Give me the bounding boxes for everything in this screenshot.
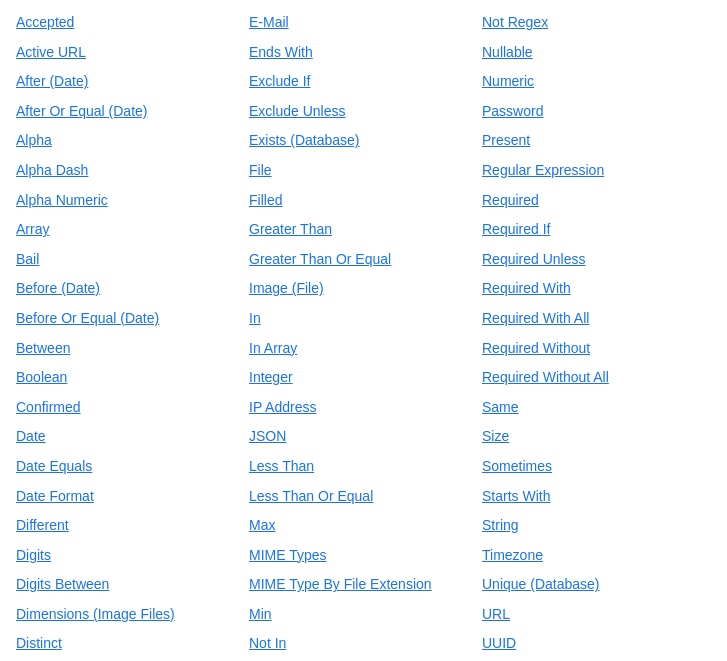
rule-link-confirmed[interactable]: Confirmed: [14, 393, 247, 423]
rule-link-nullable[interactable]: Nullable: [480, 38, 713, 68]
rule-link-digits[interactable]: Digits: [14, 541, 247, 571]
rule-link-not-in[interactable]: Not In: [247, 629, 480, 659]
rule-link-starts-with[interactable]: Starts With: [480, 482, 713, 512]
validation-rules-grid: AcceptedActive URLAfter (Date)After Or E…: [14, 8, 713, 659]
rule-link-in-array[interactable]: In Array: [247, 334, 480, 364]
rule-link-regular-expression[interactable]: Regular Expression: [480, 156, 713, 186]
rule-link-same[interactable]: Same: [480, 393, 713, 423]
rule-link-present[interactable]: Present: [480, 126, 713, 156]
rule-link-in[interactable]: In: [247, 304, 480, 334]
rule-link-numeric[interactable]: Numeric: [480, 67, 713, 97]
rule-link-image-file-[interactable]: Image (File): [247, 274, 480, 304]
rule-link-required-without-all[interactable]: Required Without All: [480, 363, 713, 393]
column-1: AcceptedActive URLAfter (Date)After Or E…: [14, 8, 247, 659]
rule-link-exists-database-[interactable]: Exists (Database): [247, 126, 480, 156]
rule-link-required-with-all[interactable]: Required With All: [480, 304, 713, 334]
rule-link-integer[interactable]: Integer: [247, 363, 480, 393]
rule-link-greater-than-or-equal[interactable]: Greater Than Or Equal: [247, 245, 480, 275]
column-3: Not RegexNullableNumericPasswordPresentR…: [480, 8, 713, 659]
rule-link-greater-than[interactable]: Greater Than: [247, 215, 480, 245]
rule-link-json[interactable]: JSON: [247, 422, 480, 452]
rule-link-alpha-dash[interactable]: Alpha Dash: [14, 156, 247, 186]
rule-link-date-format[interactable]: Date Format: [14, 482, 247, 512]
rule-link-dimensions-image-files-[interactable]: Dimensions (Image Files): [14, 600, 247, 630]
rule-link-after-date-[interactable]: After (Date): [14, 67, 247, 97]
rule-link-mime-type-by-file-extension[interactable]: MIME Type By File Extension: [247, 570, 480, 600]
rule-link-exclude-unless[interactable]: Exclude Unless: [247, 97, 480, 127]
rule-link-url[interactable]: URL: [480, 600, 713, 630]
column-2: E-MailEnds WithExclude IfExclude UnlessE…: [247, 8, 480, 659]
rule-link-alpha[interactable]: Alpha: [14, 126, 247, 156]
rule-link-min[interactable]: Min: [247, 600, 480, 630]
rule-link-string[interactable]: String: [480, 511, 713, 541]
rule-link-less-than-or-equal[interactable]: Less Than Or Equal: [247, 482, 480, 512]
rule-link-ends-with[interactable]: Ends With: [247, 38, 480, 68]
rule-link-distinct[interactable]: Distinct: [14, 629, 247, 659]
rule-link-required-unless[interactable]: Required Unless: [480, 245, 713, 275]
rule-link-size[interactable]: Size: [480, 422, 713, 452]
rule-link-alpha-numeric[interactable]: Alpha Numeric: [14, 186, 247, 216]
rule-link-e-mail[interactable]: E-Mail: [247, 8, 480, 38]
rule-link-date-equals[interactable]: Date Equals: [14, 452, 247, 482]
rule-link-ip-address[interactable]: IP Address: [247, 393, 480, 423]
rule-link-required-if[interactable]: Required If: [480, 215, 713, 245]
rule-link-date[interactable]: Date: [14, 422, 247, 452]
rule-link-filled[interactable]: Filled: [247, 186, 480, 216]
rule-link-not-regex[interactable]: Not Regex: [480, 8, 713, 38]
rule-link-max[interactable]: Max: [247, 511, 480, 541]
rule-link-required-without[interactable]: Required Without: [480, 334, 713, 364]
rule-link-before-or-equal-date-[interactable]: Before Or Equal (Date): [14, 304, 247, 334]
rule-link-after-or-equal-date-[interactable]: After Or Equal (Date): [14, 97, 247, 127]
rule-link-digits-between[interactable]: Digits Between: [14, 570, 247, 600]
rule-link-file[interactable]: File: [247, 156, 480, 186]
rule-link-uuid[interactable]: UUID: [480, 629, 713, 659]
rule-link-less-than[interactable]: Less Than: [247, 452, 480, 482]
rule-link-before-date-[interactable]: Before (Date): [14, 274, 247, 304]
rule-link-array[interactable]: Array: [14, 215, 247, 245]
rule-link-unique-database-[interactable]: Unique (Database): [480, 570, 713, 600]
rule-link-timezone[interactable]: Timezone: [480, 541, 713, 571]
rule-link-required-with[interactable]: Required With: [480, 274, 713, 304]
rule-link-active-url[interactable]: Active URL: [14, 38, 247, 68]
rule-link-different[interactable]: Different: [14, 511, 247, 541]
rule-link-bail[interactable]: Bail: [14, 245, 247, 275]
rule-link-sometimes[interactable]: Sometimes: [480, 452, 713, 482]
rule-link-exclude-if[interactable]: Exclude If: [247, 67, 480, 97]
rule-link-required[interactable]: Required: [480, 186, 713, 216]
rule-link-password[interactable]: Password: [480, 97, 713, 127]
rule-link-mime-types[interactable]: MIME Types: [247, 541, 480, 571]
rule-link-between[interactable]: Between: [14, 334, 247, 364]
rule-link-boolean[interactable]: Boolean: [14, 363, 247, 393]
rule-link-accepted[interactable]: Accepted: [14, 8, 247, 38]
